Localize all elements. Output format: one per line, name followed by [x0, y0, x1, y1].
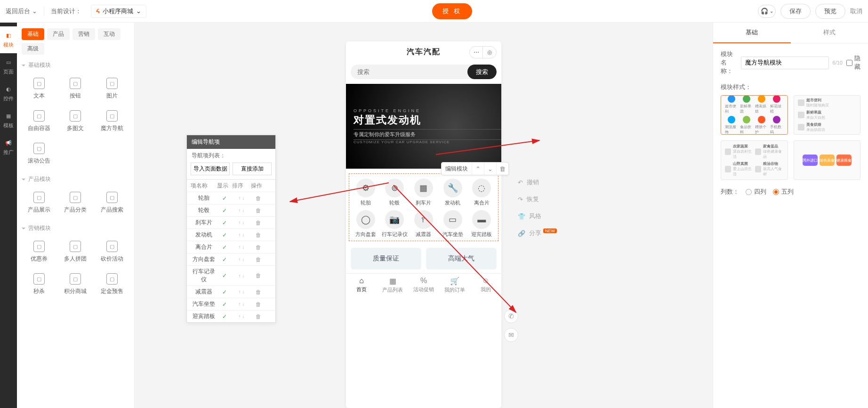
trash-icon[interactable]: 🗑	[251, 301, 266, 308]
palette-item[interactable]: ▢ 产品展示	[22, 188, 56, 218]
nav-grid-item[interactable]: 🔧 发动机	[438, 179, 467, 206]
import-page-data-button[interactable]: 导入页面数据	[191, 163, 230, 175]
hide-checkbox[interactable]: 隐藏	[846, 54, 860, 71]
cols-radio-4[interactable]: 四列	[746, 188, 766, 196]
module-name-input[interactable]	[741, 57, 829, 69]
sort-arrows[interactable]: ↑ ↓	[232, 232, 251, 237]
sort-arrows[interactable]: ↑ ↓	[232, 289, 251, 294]
undo-button[interactable]: ↶撤销	[518, 178, 557, 187]
trash-icon[interactable]: 🗑	[251, 232, 266, 238]
palette-item[interactable]: ▢ 秒杀	[22, 269, 56, 299]
check-icon[interactable]: ✓	[217, 289, 232, 295]
add-directly-button[interactable]: 直接添加	[233, 163, 272, 175]
feature-card-2[interactable]: 高端大气	[426, 248, 497, 269]
check-icon[interactable]: ✓	[217, 232, 232, 238]
trash-icon[interactable]: 🗑	[251, 313, 266, 320]
check-icon[interactable]: ✓	[217, 220, 232, 226]
style-card-icon-grid[interactable]: 超市便利新鲜果蔬精美烘焙鲜花绿植潮流服饰食品饮料精致个护手机数码	[721, 95, 788, 135]
sort-arrows[interactable]: ↑ ↓	[232, 314, 251, 319]
support-button[interactable]: 🎧 ⌄	[758, 5, 776, 18]
nav-grid-item[interactable]: ▬ 迎宾踏板	[467, 210, 496, 238]
palette-tab-2[interactable]: 营销	[72, 28, 95, 40]
nav-grid-item[interactable]: ◌ 离合片	[467, 179, 496, 206]
tabbar-item-2[interactable]: % 活动促销	[408, 274, 439, 297]
palette-item[interactable]: ▢ 产品分类	[58, 188, 93, 218]
tabbar-item-3[interactable]: 🛒 我的订单	[439, 274, 470, 297]
check-icon[interactable]: ✓	[217, 256, 232, 263]
sort-arrows[interactable]: ↑ ↓	[232, 302, 251, 307]
nav-grid-item[interactable]: ⚙ 轮胎	[351, 179, 380, 206]
nav-grid-item[interactable]: 📷 行车记录仪	[380, 210, 410, 238]
feature-card-1[interactable]: 质量保证	[351, 248, 421, 269]
check-icon[interactable]: ✓	[217, 207, 232, 214]
sort-arrows[interactable]: ↑ ↓	[232, 257, 251, 262]
palette-item[interactable]: ▢ 产品搜索	[95, 188, 129, 218]
edit-module-label[interactable]: 编辑模块	[442, 163, 472, 175]
sort-arrows[interactable]: ↑ ↓	[232, 220, 251, 225]
back-link[interactable]: 返回后台 ⌄	[6, 7, 37, 16]
trash-icon[interactable]: 🗑	[251, 289, 266, 295]
sort-arrows[interactable]: ↑ ↓	[232, 208, 251, 213]
rail-item-0[interactable]: ◧ 模块	[0, 26, 17, 53]
phone-banner[interactable]: OPPOSITE ENGINE 对置式发动机 专属定制你的爱车升级服务 CUST…	[346, 84, 501, 169]
nav-grid-module[interactable]: ⚙ 轮胎 ⊚ 轮毂 ▦ 刹车片 🔧 发动机 ◌ 离合片 ◯ 方向盘套 📷 行车记…	[349, 173, 498, 241]
palette-item[interactable]: ▢ 魔方导航	[95, 106, 129, 136]
style-button[interactable]: 👕风格	[518, 212, 557, 220]
preview-button[interactable]: 预览	[815, 4, 845, 19]
palette-item[interactable]: ▢ 图片	[95, 74, 129, 104]
rail-item-4[interactable]: 📢 推广	[0, 134, 17, 161]
palette-item[interactable]: ▢ 自由容器	[22, 106, 56, 136]
check-icon[interactable]: ✓	[217, 244, 232, 251]
nav-grid-item[interactable]: ▭ 汽车坐垫	[438, 210, 467, 238]
check-icon[interactable]: ✓	[217, 272, 232, 279]
palette-item[interactable]: ▢ 优惠券	[22, 237, 56, 267]
sort-arrows[interactable]: ↑ ↓	[232, 245, 251, 250]
nav-grid-item[interactable]: ⫯ 减震器	[409, 210, 438, 238]
capsule-more-icon[interactable]: ⋯	[470, 47, 483, 58]
palette-item[interactable]: ▢ 定金预售	[95, 269, 129, 299]
prop-tab-style[interactable]: 样式	[791, 23, 868, 43]
check-icon[interactable]: ✓	[217, 313, 232, 320]
trash-icon[interactable]: 🗑	[251, 195, 266, 202]
sort-arrows[interactable]: ↑ ↓	[232, 273, 251, 278]
style-card-pills[interactable]: 国外进口绿色美食健康粮食	[794, 140, 861, 180]
sort-arrows[interactable]: ↑ ↓	[232, 196, 251, 201]
design-select[interactable]: ᔦ 小程序商城 ⌄	[91, 5, 146, 18]
cols-radio-5[interactable]: 五列	[773, 188, 794, 196]
palette-item[interactable]: ▢ 积分商城	[58, 269, 93, 299]
check-icon[interactable]: ✓	[217, 301, 232, 308]
trash-icon[interactable]: 🗑	[251, 244, 266, 251]
palette-tab-3[interactable]: 互动	[98, 28, 121, 40]
tabbar-item-1[interactable]: ▦ 产品列表	[377, 274, 408, 297]
trash-icon[interactable]: 🗑	[251, 256, 266, 263]
capsule-target-icon[interactable]: ◎	[483, 47, 496, 58]
tabbar-item-0[interactable]: ⌂ 首页	[346, 274, 377, 297]
trash-icon[interactable]: 🗑	[251, 272, 266, 279]
authorize-button[interactable]: 授 权	[432, 3, 473, 19]
delete-icon[interactable]: 🗑	[496, 163, 508, 175]
palette-item[interactable]: ▢ 滚动公告	[22, 139, 56, 169]
check-icon[interactable]: ✓	[217, 195, 232, 202]
prop-tab-basic[interactable]: 基础	[713, 23, 791, 43]
palette-item[interactable]: ▢ 砍价活动	[95, 237, 129, 267]
rail-item-2[interactable]: ◐ 控件	[0, 80, 17, 107]
palette-item[interactable]: ▢ 按钮	[58, 74, 93, 104]
search-button[interactable]: 搜索	[467, 65, 497, 79]
style-card-list-right[interactable]: 超市便利随时随地购买新鲜果蔬来自大自然美食烘焙来自烘焙坊	[794, 95, 861, 135]
move-up-icon[interactable]: ⌃	[472, 163, 484, 175]
rail-item-1[interactable]: ▭ 页面	[0, 53, 17, 80]
float-phone-icon[interactable]: ✆	[504, 309, 518, 323]
move-down-icon[interactable]: ⌄	[484, 163, 496, 175]
palette-tab-1[interactable]: 产品	[47, 28, 70, 40]
float-wechat-icon[interactable]: ✉	[504, 328, 518, 342]
palette-item[interactable]: ▢ 文本	[22, 74, 56, 104]
palette-item[interactable]: ▢ 多图文	[58, 106, 93, 136]
search-input[interactable]	[351, 65, 467, 79]
palette-item[interactable]: ▢ 多人拼团	[58, 237, 93, 267]
palette-tab-0[interactable]: 基础	[22, 28, 44, 40]
nav-grid-item[interactable]: ◯ 方向盘套	[351, 210, 380, 238]
palette-tab-4[interactable]: 高级	[22, 43, 44, 55]
style-card-list-2col[interactable]: 农家蔬菜源自农村生活家禽蛋品绿色健康食品山野真菌爱上山原生活粮油谷物最高人气食材	[721, 140, 788, 180]
trash-icon[interactable]: 🗑	[251, 207, 266, 214]
tabbar-item-4[interactable]: ☺ 我的	[470, 274, 501, 297]
